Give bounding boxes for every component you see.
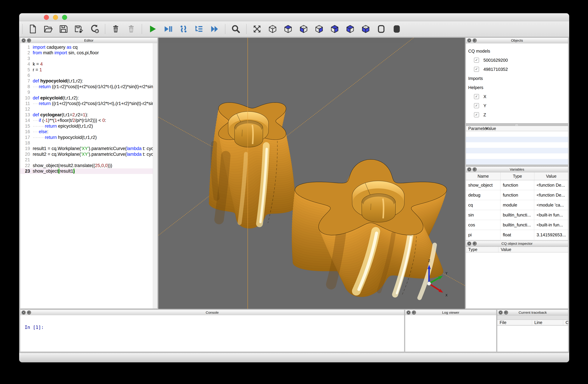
code-line[interactable]: 20result2 = cq.Workplane('XY').parametri… bbox=[20, 152, 153, 157]
delete-all-models-button[interactable] bbox=[126, 24, 136, 34]
code-line[interactable]: 5r = 1 bbox=[20, 67, 153, 73]
name-column-header[interactable]: Name bbox=[466, 172, 501, 180]
code-line[interactable]: 15········return epicycloid(t,r1,r2) bbox=[20, 123, 153, 129]
continue-debug-button[interactable] bbox=[210, 24, 219, 34]
view-top-button[interactable] bbox=[283, 24, 293, 34]
close-icon[interactable]: ✕ bbox=[21, 39, 26, 42]
inspector-content[interactable] bbox=[466, 252, 568, 308]
file-column-header[interactable]: File bbox=[497, 320, 532, 325]
tree-group-cq-models[interactable]: CQ models bbox=[466, 46, 568, 56]
tree-group-imports[interactable]: Imports bbox=[466, 74, 568, 83]
view-iso-button[interactable] bbox=[268, 24, 277, 34]
new-file-button[interactable] bbox=[27, 24, 37, 34]
type-column-header[interactable]: Type bbox=[501, 172, 534, 180]
code-line[interactable]: 21 bbox=[20, 157, 153, 163]
step-into-debug-button[interactable] bbox=[194, 24, 204, 34]
editor-scrollbar[interactable] bbox=[153, 43, 157, 308]
code-line[interactable]: 8····return ((r1-r2)*cos(t)+r2*cos(r1/r2… bbox=[20, 84, 153, 89]
variable-row[interactable]: sinbuiltin_functi...<built-in fun... bbox=[466, 210, 568, 220]
code-line[interactable]: 16····else: bbox=[20, 129, 153, 135]
value-column-header[interactable]: Value bbox=[534, 172, 568, 180]
view-front-button[interactable] bbox=[314, 24, 324, 34]
tree-item[interactable]: ✓ X bbox=[466, 92, 568, 101]
reload-file-button[interactable] bbox=[90, 24, 99, 34]
log-content[interactable] bbox=[405, 315, 496, 352]
line-column-header[interactable]: Line bbox=[532, 320, 563, 325]
code-column-header[interactable]: Code bbox=[563, 320, 568, 325]
float-panel-icon[interactable]: ❏ bbox=[27, 310, 31, 315]
float-panel-icon[interactable]: ❏ bbox=[473, 39, 477, 42]
code-line[interactable]: 3 bbox=[20, 56, 153, 61]
variable-row[interactable]: show_objectfunction<function De... bbox=[466, 180, 568, 190]
toolbar-drag-handle[interactable] bbox=[22, 24, 22, 34]
code-line[interactable]: 6 bbox=[20, 73, 153, 78]
code-line[interactable]: 18 bbox=[20, 140, 153, 146]
code-line[interactable]: 22show_object(result2.translate((25,0,0)… bbox=[20, 163, 153, 168]
view-bottom-button[interactable] bbox=[299, 24, 309, 34]
parameter-row[interactable] bbox=[466, 148, 568, 153]
view-right-button[interactable] bbox=[361, 24, 371, 34]
code-line[interactable]: 11····return ((r1+r2)*cos(t)-r2*cos(r1/r… bbox=[20, 101, 153, 106]
float-panel-icon[interactable]: ❏ bbox=[412, 310, 416, 315]
parameter-row[interactable] bbox=[466, 153, 568, 159]
code-line[interactable]: 13def cyclogear(t,r1=2,r2=1): bbox=[20, 112, 153, 118]
code-lines[interactable]: 1import cadquery as cq2from math import … bbox=[20, 44, 153, 174]
float-panel-icon[interactable]: ❏ bbox=[473, 167, 477, 171]
console-output[interactable]: In [1]: bbox=[20, 315, 404, 352]
open-file-button[interactable] bbox=[43, 24, 53, 34]
view-back-button[interactable] bbox=[330, 24, 339, 34]
checkbox-icon[interactable]: ✓ bbox=[474, 103, 479, 108]
tree-item[interactable]: ✓ 5001629200 bbox=[466, 56, 568, 65]
minimize-window-button[interactable] bbox=[53, 15, 58, 20]
code-line[interactable]: 17········return hypocycloid(t,r1,r2) bbox=[20, 135, 153, 140]
render-shaded-button[interactable] bbox=[392, 24, 402, 34]
variable-row[interactable]: cosbuiltin_functi...<built-in fun... bbox=[466, 220, 568, 230]
close-icon[interactable]: ✕ bbox=[406, 310, 411, 315]
float-panel-icon[interactable]: ❏ bbox=[473, 242, 477, 246]
code-line[interactable]: 9 bbox=[20, 89, 153, 95]
close-icon[interactable]: ✕ bbox=[499, 310, 503, 315]
code-editor[interactable]: 1import cadquery as cq2from math import … bbox=[20, 43, 157, 308]
close-icon[interactable]: ✕ bbox=[21, 310, 26, 315]
code-line[interactable]: 14····if (-1)**(1+floor(t/2/pi*(r1/r2)))… bbox=[20, 118, 153, 123]
code-line[interactable]: 4k = 4 bbox=[20, 61, 153, 67]
code-line[interactable]: 19result1 = cq.Workplane('XY').parametri… bbox=[20, 146, 153, 151]
variables-table[interactable]: show_objectfunction<function De...debugf… bbox=[466, 180, 568, 241]
fit-view-button[interactable] bbox=[252, 24, 262, 34]
console-prompt[interactable]: In [1]: bbox=[25, 325, 404, 330]
checkbox-icon[interactable]: ✓ bbox=[474, 94, 479, 99]
code-line[interactable]: 7def hypocycloid(t,r1,r2): bbox=[20, 78, 153, 84]
zoom-window-button[interactable] bbox=[62, 15, 67, 20]
save-file-button[interactable] bbox=[59, 24, 68, 34]
tree-item[interactable]: ✓ Z bbox=[466, 110, 568, 119]
checkbox-icon[interactable]: ✓ bbox=[474, 58, 479, 63]
delete-model-button[interactable] bbox=[111, 24, 121, 34]
close-icon[interactable]: ✕ bbox=[467, 167, 471, 171]
save-as-file-button[interactable] bbox=[74, 24, 84, 34]
tree-group-helpers[interactable]: Helpers bbox=[466, 83, 568, 92]
parameter-row[interactable] bbox=[466, 131, 568, 137]
checkbox-icon[interactable]: ✓ bbox=[474, 112, 479, 117]
objects-tree[interactable]: CQ models✓ 5001629200✓ 4981710352Imports… bbox=[466, 43, 568, 123]
parameter-column-header[interactable]: Parameter bbox=[466, 126, 483, 131]
float-panel-icon[interactable]: ❏ bbox=[27, 39, 31, 42]
value-column-header[interactable]: Value bbox=[498, 247, 568, 252]
variable-row[interactable]: debugfunction<function De... bbox=[466, 190, 568, 200]
3d-scene[interactable]: ZYX bbox=[158, 38, 465, 309]
float-panel-icon[interactable]: ❏ bbox=[504, 310, 508, 315]
close-icon[interactable]: ✕ bbox=[467, 242, 471, 246]
tree-item[interactable]: ✓ Y bbox=[466, 101, 568, 110]
step-debug-button[interactable] bbox=[179, 24, 189, 34]
parameters-table[interactable] bbox=[466, 131, 568, 164]
value-column-header[interactable]: Value bbox=[483, 126, 568, 131]
variable-row[interactable]: cqmodule<module 'ca... bbox=[466, 200, 568, 210]
window-titlebar[interactable] bbox=[19, 13, 569, 21]
debug-script-button[interactable] bbox=[163, 24, 173, 34]
parameter-row[interactable] bbox=[466, 142, 568, 148]
code-line[interactable]: 10def epicycloid(t,r1,r2): bbox=[20, 95, 153, 101]
code-line[interactable]: 12 bbox=[20, 106, 153, 112]
run-script-button[interactable] bbox=[147, 24, 157, 34]
parameter-row[interactable] bbox=[466, 137, 568, 142]
code-line[interactable]: 2from math import sin, cos,pi,floor bbox=[20, 50, 153, 56]
render-wireframe-button[interactable] bbox=[376, 24, 386, 34]
